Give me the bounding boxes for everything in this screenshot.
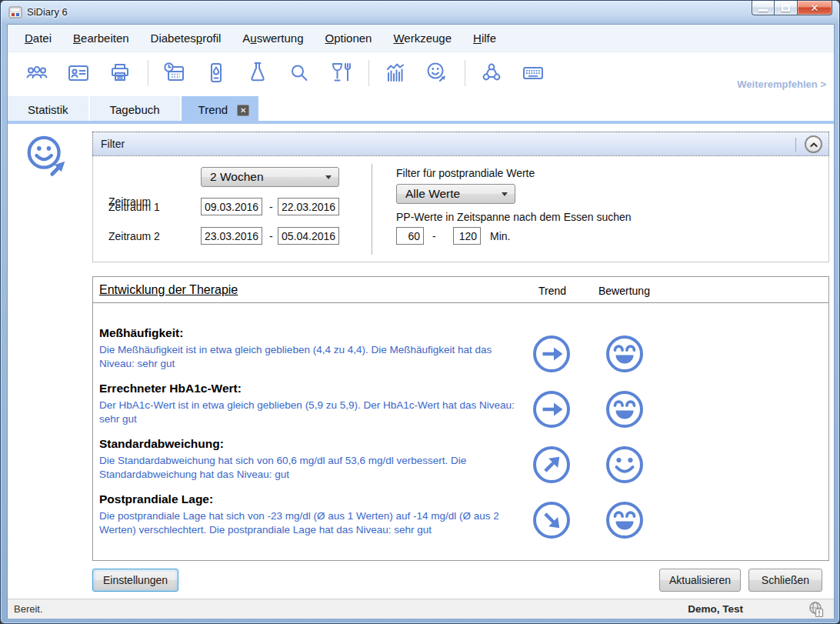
pp-filter-label: Filter für postprandiale Werte — [396, 167, 535, 179]
menubar: DateiBearbeitenDiabetesprofilAuswertungO… — [8, 25, 834, 52]
toolbar-separator — [148, 60, 148, 86]
therapy-row-description: Die Meßhäufigkeit ist in etwa gleich geb… — [99, 343, 518, 371]
chevron-up-icon — [808, 138, 820, 151]
aktualisieren-button[interactable]: Aktualisieren — [659, 569, 741, 592]
therapy-row-errechneter-hba1c-wert: Errechneter HbA1c-Wert:Der HbA1c-Wert is… — [93, 380, 828, 435]
lab-flask-button[interactable] — [242, 58, 273, 88]
app-logo-icon — [8, 6, 22, 18]
therapy-header: Entwicklung der Therapie Trend Bewertung — [93, 277, 828, 303]
header-separator — [795, 138, 796, 152]
minimize-button[interactable] — [752, 1, 775, 15]
arrow-right-icon — [532, 334, 572, 374]
nutrition-button[interactable] — [325, 58, 356, 88]
arrow-right-icon — [532, 389, 572, 429]
tab-label: Statistik — [28, 96, 68, 124]
trend-smiley-icon — [424, 61, 450, 85]
main-content: Filter Zeitraum 2 Wochen Zeitraum 1 - — [8, 124, 834, 599]
minimize-icon — [758, 9, 768, 12]
trend-smiley-button[interactable] — [422, 58, 452, 88]
menu-werkzeuge[interactable]: Werkzeuge — [382, 32, 462, 45]
keyboard-button[interactable] — [518, 58, 548, 88]
statistics-icon — [382, 61, 408, 85]
therapy-row-standardabweichung: Standardabweichung:Die Standardabweichun… — [93, 435, 828, 491]
globe-status-icon — [808, 601, 825, 618]
column-header-bewertung: Bewertung — [598, 285, 650, 297]
filter-divider — [372, 164, 372, 255]
pp-filter-select[interactable]: Alle Werte — [396, 184, 515, 204]
filter-header: Filter — [92, 132, 829, 156]
range-dash: - — [432, 230, 436, 242]
statistics-button[interactable] — [380, 58, 411, 88]
therapy-row-postprandiale-lage: Postprandiale Lage:Die postprandiale Lag… — [93, 491, 828, 546]
tabstrip: StatistikTagebuchTrend✕ — [8, 93, 834, 124]
zeitraum1-to-input[interactable] — [278, 198, 339, 215]
range-dash: - — [269, 201, 273, 213]
window-title: SiDiary 6 — [27, 6, 68, 18]
tab-label: Trend — [198, 96, 228, 124]
id-card-button[interactable] — [63, 58, 94, 88]
toolbar-separator — [368, 60, 369, 86]
print-button[interactable] — [105, 58, 135, 88]
arrow-up-right-icon — [532, 445, 572, 485]
therapy-row-title: Meßhäufigkeit: — [99, 325, 828, 340]
pp-to-input[interactable] — [453, 227, 481, 245]
menu-bearbeiten[interactable]: Bearbeiten — [62, 32, 140, 45]
status-user: Demo, Test — [688, 603, 743, 615]
menu-optionen[interactable]: Optionen — [315, 32, 383, 45]
chevron-down-icon — [502, 192, 508, 199]
therapy-row-description: Die postprandiale Lage hat sich von -23 … — [99, 509, 518, 537]
close-button[interactable]: ✕ — [797, 1, 832, 15]
tab-close-button[interactable]: ✕ — [237, 105, 249, 116]
menu-auswertung[interactable]: Auswertung — [232, 32, 314, 45]
users-icon — [24, 61, 50, 85]
filter-body: Zeitraum 2 Wochen Zeitraum 1 - Zeitraum … — [92, 156, 829, 262]
therapy-rows: Meßhäufigkeit:Die Meßhäufigkeit ist in e… — [93, 303, 828, 546]
glucose-meter-icon — [203, 61, 229, 85]
users-button[interactable] — [22, 58, 52, 88]
zeitraum2-to-input[interactable] — [278, 227, 339, 245]
schliessen-button[interactable]: Schließen — [748, 569, 822, 592]
status-text: Bereit. — [14, 603, 43, 615]
share-button[interactable] — [476, 58, 507, 88]
therapy-row-description: Die Standardabweichung hat sich von 60,6… — [99, 454, 518, 482]
therapy-row-title: Postprandiale Lage: — [99, 491, 828, 506]
pp-filter-select-value: Alle Werte — [405, 187, 460, 201]
tab-tagebuch[interactable]: Tagebuch — [90, 96, 180, 124]
search-icon — [286, 61, 312, 85]
menu-datei[interactable]: Datei — [14, 32, 62, 45]
search-button[interactable] — [284, 58, 315, 88]
smiley-laugh-icon — [605, 500, 645, 540]
calendar-clock-button[interactable] — [159, 58, 190, 88]
maximize-button[interactable] — [775, 1, 797, 15]
zeitraum2-from-input[interactable] — [201, 227, 262, 245]
toolbar: Weiterempfehlen > — [8, 52, 834, 93]
arrow-down-right-icon — [532, 500, 572, 540]
einstellungen-button[interactable]: Einstellungen — [92, 569, 178, 592]
pp-from-input[interactable] — [396, 227, 424, 245]
chevron-down-icon — [325, 175, 332, 182]
zeitraum1-from-input[interactable] — [201, 198, 262, 215]
pp-unit-label: Min. — [490, 230, 510, 242]
smiley-laugh-icon — [605, 334, 645, 374]
app-window: SiDiary 6 ✕ DateiBearbeitenDiabetesprofi… — [0, 0, 840, 624]
menu-hilfe[interactable]: Hilfe — [462, 32, 507, 45]
keyboard-icon — [520, 61, 546, 85]
print-icon — [107, 61, 133, 85]
zeitraum1-label: Zeitraum 1 — [108, 201, 160, 213]
client-area: DateiBearbeitenDiabetesprofilAuswertungO… — [7, 24, 835, 619]
zeitraum-select[interactable]: 2 Wochen — [201, 167, 339, 187]
maximize-icon — [782, 5, 790, 12]
tab-trend[interactable]: Trend✕ — [182, 96, 259, 124]
titlebar: SiDiary 6 ✕ — [1, 1, 839, 24]
zeitraum2-label: Zeitraum 2 — [108, 230, 160, 242]
recommend-link[interactable]: Weiterempfehlen > — [737, 78, 826, 90]
tab-statistik[interactable]: Statistik — [8, 96, 88, 124]
smiley-laugh-icon — [605, 389, 645, 429]
id-card-icon — [65, 61, 92, 85]
therapy-row-title: Standardabweichung: — [99, 435, 828, 451]
therapy-row-me-h-ufigkeit: Meßhäufigkeit:Die Meßhäufigkeit ist in e… — [93, 325, 828, 380]
collapse-filter-button[interactable] — [805, 135, 822, 153]
menu-diabetesprofil[interactable]: Diabetesprofil — [140, 32, 232, 45]
glucose-meter-button[interactable] — [201, 58, 232, 88]
smiley-smile-icon — [605, 445, 645, 485]
